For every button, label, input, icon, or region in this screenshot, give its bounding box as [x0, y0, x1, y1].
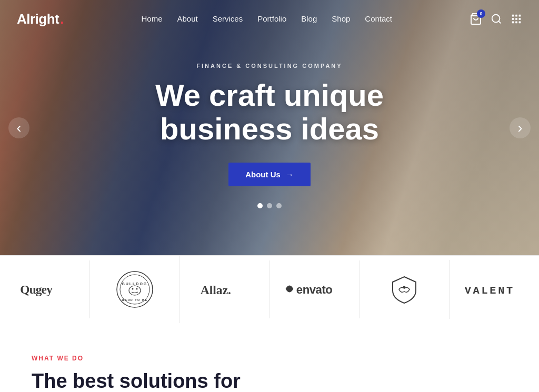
brand-dot: .: [60, 11, 64, 27]
grid-menu-button[interactable]: [511, 13, 522, 25]
hero-cta-arrow: →: [286, 170, 294, 179]
section-title: The best solutions for: [32, 369, 507, 392]
svg-rect-5: [519, 15, 521, 17]
hero-cta-button[interactable]: About Us →: [228, 163, 311, 186]
search-button[interactable]: [491, 13, 502, 25]
what-we-do-section: WHAT WE DO The best solutions for: [0, 323, 539, 392]
logo-allaz: Allaz.: [180, 260, 270, 318]
brand-logo[interactable]: Alright .: [17, 11, 64, 27]
svg-rect-11: [519, 22, 521, 24]
svg-rect-6: [512, 18, 514, 20]
logo-shield: [360, 260, 450, 319]
svg-line-2: [498, 21, 501, 23]
cart-badge: 0: [477, 9, 485, 18]
hero-title-line2: business ideas: [160, 112, 379, 146]
hero-dot-1[interactable]: [257, 203, 263, 208]
svg-rect-3: [512, 15, 514, 17]
svg-point-17: [132, 288, 133, 290]
svg-text:BULLDOG: BULLDOG: [122, 282, 147, 286]
logo-valent: VALENT: [450, 260, 539, 318]
svg-text:Allaz.: Allaz.: [200, 283, 231, 297]
logos-band: Qugey BULLDOG HARD TO BE Allaz. envato: [0, 255, 539, 323]
svg-point-1: [492, 15, 500, 23]
svg-rect-9: [512, 22, 514, 24]
logo-envato: envato: [270, 260, 360, 318]
svg-rect-7: [515, 18, 517, 20]
svg-text:Qugey: Qugey: [20, 283, 53, 296]
logo-qugey: Qugey: [0, 260, 90, 318]
bulldog-logo: BULLDOG HARD TO BE: [116, 270, 154, 308]
hero-dot-2[interactable]: [267, 203, 272, 208]
svg-point-22: [403, 286, 406, 289]
svg-point-18: [136, 288, 137, 290]
nav-links: Home About Services Portfolio Blog Shop …: [141, 14, 392, 24]
valent-logo: VALENT: [463, 279, 526, 299]
nav-item-portfolio[interactable]: Portfolio: [257, 14, 286, 24]
hero-title-line1: We craft unique: [155, 78, 384, 112]
svg-rect-4: [515, 15, 517, 17]
allaz-logo: Allaz.: [198, 279, 251, 299]
hero-next-button[interactable]: ›: [510, 117, 531, 138]
qugey-logo: Qugey: [18, 279, 71, 299]
svg-text:VALENT: VALENT: [465, 285, 515, 297]
navbar-actions: 0: [470, 13, 522, 25]
nav-item-services[interactable]: Services: [213, 14, 243, 24]
shield-logo: [390, 275, 419, 304]
hero-dot-3[interactable]: [276, 203, 282, 208]
svg-point-16: [129, 286, 141, 295]
section-label: WHAT WE DO: [32, 355, 507, 362]
svg-text:envato: envato: [296, 283, 333, 296]
hero-title: We craft unique business ideas: [155, 78, 384, 146]
hero-subtitle: Finance & Consulting Company: [155, 63, 384, 69]
hero-prev-button[interactable]: ‹: [8, 117, 29, 138]
svg-rect-10: [515, 22, 517, 24]
navbar: Alright . Home About Services Portfolio …: [0, 0, 539, 38]
hero-cta-label: About Us: [245, 170, 281, 179]
nav-item-home[interactable]: Home: [141, 14, 162, 24]
svg-point-13: [117, 272, 153, 307]
svg-rect-8: [519, 18, 521, 20]
svg-text:HARD TO BE: HARD TO BE: [122, 298, 147, 301]
nav-item-about[interactable]: About: [177, 14, 197, 24]
hero-content: Finance & Consulting Company We craft un…: [145, 63, 394, 208]
brand-name: Alright: [17, 11, 59, 27]
nav-item-shop[interactable]: Shop: [332, 14, 350, 24]
cart-button[interactable]: 0: [470, 13, 482, 25]
envato-logo: envato: [283, 279, 346, 299]
nav-item-blog[interactable]: Blog: [301, 14, 317, 24]
hero-section: ‹ Finance & Consulting Company We craft …: [0, 0, 539, 255]
hero-dots: [155, 203, 384, 208]
grid-icon: [511, 13, 522, 25]
logo-bulldog: BULLDOG HARD TO BE: [90, 256, 180, 323]
search-icon: [491, 13, 502, 25]
nav-item-contact[interactable]: Contact: [365, 14, 392, 24]
